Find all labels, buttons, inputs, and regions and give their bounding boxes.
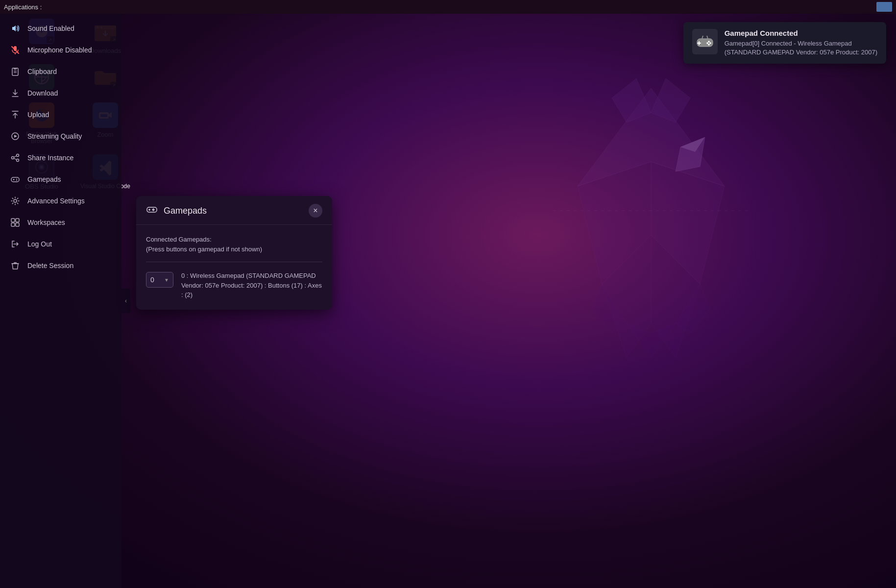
- svg-rect-34: [11, 219, 15, 222]
- upload-label: Upload: [27, 111, 49, 119]
- settings-icon: [10, 196, 21, 206]
- gamepads-icon: [10, 174, 21, 185]
- dialog-title-row: Gamepads: [146, 204, 207, 218]
- svg-point-33: [14, 199, 17, 202]
- dialog-connected-label: Connected Gamepads: (Press buttons on ga…: [146, 235, 322, 254]
- sidebar-item-download[interactable]: Download: [0, 82, 121, 104]
- mic-disabled-icon: [10, 45, 21, 55]
- svg-rect-35: [16, 219, 19, 222]
- sidebar-item-workspaces[interactable]: Workspaces: [0, 212, 121, 233]
- topbar-right: [876, 2, 892, 12]
- sidebar-item-microphone-disabled[interactable]: Microphone Disabled: [0, 39, 121, 61]
- notification-body: Gamepad[0] Connected - Wireless Gamepad …: [725, 39, 877, 57]
- svg-marker-6: [680, 137, 705, 152]
- sidebar-item-sound-enabled[interactable]: Sound Enabled: [0, 18, 121, 39]
- svg-point-63: [706, 42, 708, 44]
- clipboard-label: Clipboard: [27, 68, 57, 75]
- gamepad-selector-value: 0: [150, 276, 154, 284]
- download-label: Download: [27, 89, 58, 97]
- sidebar-item-advanced-settings[interactable]: Advanced Settings: [0, 190, 121, 212]
- share-icon: [10, 152, 21, 163]
- svg-point-61: [708, 44, 710, 46]
- sidebar-item-clipboard[interactable]: Clipboard: [0, 61, 121, 82]
- svg-point-72: [153, 209, 154, 210]
- svg-line-27: [14, 158, 16, 160]
- notification-icon: [692, 29, 718, 54]
- chevron-down-icon: ▼: [164, 277, 169, 283]
- svg-marker-22: [14, 135, 17, 138]
- svg-line-64: [702, 36, 703, 39]
- svg-rect-37: [16, 223, 19, 226]
- desktop-art: [455, 39, 847, 480]
- svg-point-32: [16, 180, 17, 181]
- notification-content: Gamepad Connected Gamepad[0] Connected -…: [725, 29, 877, 57]
- svg-marker-4: [602, 235, 651, 358]
- mic-disabled-label: Microphone Disabled: [27, 46, 92, 54]
- dialog-divider: [146, 262, 322, 262]
- dialog-body: Connected Gamepads: (Press buttons on ga…: [136, 225, 332, 310]
- svg-point-62: [709, 42, 711, 44]
- sidebar-item-log-out[interactable]: Log Out: [0, 233, 121, 255]
- gamepad-notification: Gamepad Connected Gamepad[0] Connected -…: [683, 22, 886, 64]
- advanced-settings-label: Advanced Settings: [27, 197, 85, 205]
- gamepads-label: Gamepads: [27, 175, 61, 183]
- topbar: Applications :: [0, 0, 896, 14]
- topbar-indicator: [876, 2, 892, 12]
- svg-marker-3: [651, 235, 700, 358]
- svg-marker-7: [612, 78, 651, 122]
- sidebar: Sound Enabled Microphone Disabled Clipbo…: [0, 14, 121, 588]
- streaming-quality-label: Streaming Quality: [27, 132, 82, 140]
- streaming-quality-icon: [10, 131, 21, 142]
- gamepad-row: 0 ▼ 0 : Wireless Gamepad (STANDARD GAMEP…: [146, 271, 322, 300]
- svg-point-24: [12, 157, 14, 159]
- upload-icon: [10, 109, 21, 120]
- sound-enabled-label: Sound Enabled: [27, 24, 74, 32]
- svg-marker-0: [578, 88, 725, 186]
- svg-marker-1: [651, 162, 725, 284]
- svg-marker-10: [627, 323, 676, 358]
- share-instance-label: Share Instance: [27, 154, 73, 162]
- svg-marker-2: [578, 162, 651, 284]
- workspaces-icon: [10, 217, 21, 228]
- sidebar-collapse-tab[interactable]: ‹: [121, 289, 130, 313]
- svg-point-60: [708, 41, 710, 43]
- svg-point-71: [152, 209, 153, 210]
- gamepad-description: 0 : Wireless Gamepad (STANDARD GAMEPAD V…: [181, 271, 322, 300]
- gamepad-selector[interactable]: 0 ▼: [146, 272, 173, 288]
- delete-icon: [10, 260, 21, 271]
- download-icon: [10, 88, 21, 98]
- apps-menu[interactable]: Applications :: [4, 3, 42, 11]
- dialog-header: Gamepads ×: [136, 196, 332, 225]
- svg-point-23: [17, 154, 19, 157]
- gamepads-dialog: Gamepads × Connected Gamepads: (Press bu…: [136, 196, 332, 310]
- svg-marker-12: [676, 284, 710, 333]
- sidebar-item-gamepads[interactable]: Gamepads: [0, 169, 121, 190]
- dialog-gamepad-icon: [146, 204, 158, 218]
- desktop: [0, 0, 896, 588]
- svg-marker-11: [592, 284, 627, 333]
- sidebar-item-share-instance[interactable]: Share Instance: [0, 147, 121, 169]
- svg-rect-36: [11, 223, 15, 226]
- clipboard-icon: [10, 66, 21, 77]
- sidebar-item-upload[interactable]: Upload: [0, 104, 121, 125]
- svg-marker-8: [651, 78, 690, 122]
- sidebar-item-delete-session[interactable]: Delete Session: [0, 255, 121, 276]
- notification-title: Gamepad Connected: [725, 29, 877, 37]
- delete-session-label: Delete Session: [27, 262, 73, 270]
- sound-icon: [10, 23, 21, 34]
- sidebar-item-streaming-quality[interactable]: Streaming Quality: [0, 125, 121, 147]
- svg-point-31: [16, 179, 17, 180]
- log-out-label: Log Out: [27, 240, 52, 248]
- dialog-close-button[interactable]: ×: [309, 204, 322, 218]
- svg-marker-5: [676, 137, 705, 172]
- logout-icon: [10, 239, 21, 249]
- workspaces-label: Workspaces: [27, 219, 65, 226]
- svg-point-25: [17, 159, 19, 162]
- svg-line-26: [14, 156, 16, 157]
- svg-rect-28: [11, 177, 19, 182]
- svg-line-65: [707, 36, 708, 39]
- dialog-title: Gamepads: [164, 206, 207, 216]
